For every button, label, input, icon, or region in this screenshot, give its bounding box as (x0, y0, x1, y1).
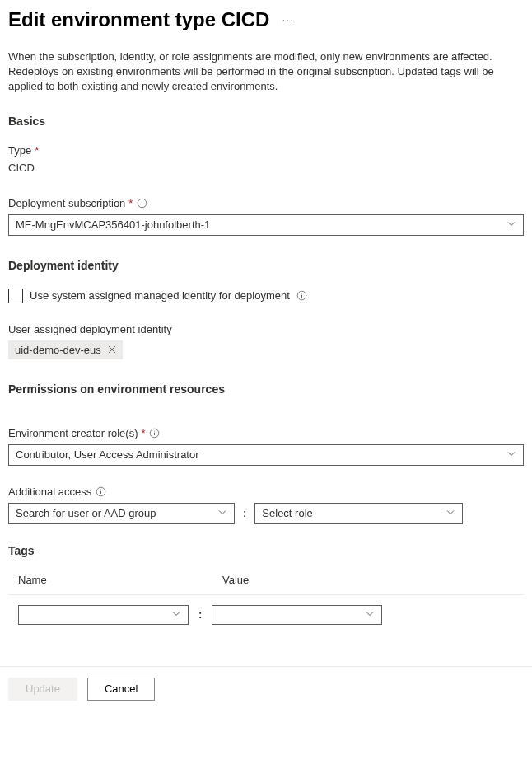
svg-point-2 (142, 200, 142, 201)
deployment-subscription-label: Deployment subscription (8, 197, 125, 209)
svg-point-10 (154, 430, 155, 431)
tag-value-input[interactable] (212, 605, 382, 625)
system-identity-checkbox[interactable] (8, 289, 23, 303)
deployment-subscription-select[interactable]: ME-MngEnvMCAP356401-johnfolberth-1 (8, 214, 524, 236)
separator: : (243, 507, 246, 519)
required-indicator: * (35, 144, 39, 157)
type-value: CICD (8, 162, 524, 174)
creator-roles-select[interactable]: Contributor, User Access Administrator (8, 444, 524, 466)
required-indicator: * (142, 427, 146, 439)
additional-access-label: Additional access (8, 486, 91, 498)
system-identity-label: Use system assigned managed identity for… (30, 289, 290, 302)
creator-roles-label: Environment creator role(s) (8, 427, 138, 439)
chevron-down-icon (171, 608, 181, 621)
required-indicator: * (128, 197, 133, 209)
role-select[interactable]: Select role (254, 503, 463, 524)
svg-point-5 (301, 293, 302, 293)
cancel-button[interactable]: Cancel (87, 678, 155, 701)
more-options-icon[interactable]: ··· (282, 13, 294, 26)
page-description: When the subscription, identity, or role… (8, 49, 524, 95)
deployment-subscription-value: ME-MngEnvMCAP356401-johnfolberth-1 (16, 218, 210, 231)
separator: : (198, 608, 202, 621)
close-icon[interactable] (108, 345, 116, 354)
svg-point-13 (100, 489, 101, 490)
chevron-down-icon (365, 608, 375, 621)
tags-value-header: Value (189, 574, 371, 586)
identity-chip-value: uid-demo-dev-eus (15, 344, 101, 356)
chevron-down-icon (506, 218, 516, 231)
chevron-down-icon (506, 448, 516, 461)
tag-name-input[interactable] (18, 605, 189, 625)
basics-heading: Basics (8, 115, 524, 128)
tags-heading: Tags (8, 544, 524, 557)
permissions-heading: Permissions on environment resources (8, 382, 524, 396)
info-icon[interactable] (296, 290, 308, 302)
deployment-identity-heading: Deployment identity (8, 259, 524, 272)
info-icon[interactable] (149, 427, 161, 439)
page-title: Edit environment type CICD (8, 8, 269, 31)
info-icon[interactable] (136, 197, 147, 209)
type-label: Type (8, 144, 31, 157)
chevron-down-icon (217, 507, 227, 519)
creator-roles-value: Contributor, User Access Administrator (16, 448, 199, 461)
chevron-down-icon (446, 507, 455, 519)
info-icon[interactable] (95, 486, 106, 497)
role-select-placeholder: Select role (262, 507, 312, 519)
update-button: Update (8, 678, 77, 701)
user-assigned-identity-label: User assigned deployment identity (8, 323, 172, 335)
user-search-input[interactable]: Search for user or AAD group (8, 503, 235, 524)
user-search-placeholder: Search for user or AAD group (16, 507, 156, 519)
identity-chip: uid-demo-dev-eus (8, 340, 123, 359)
tags-name-header: Name (8, 574, 189, 586)
